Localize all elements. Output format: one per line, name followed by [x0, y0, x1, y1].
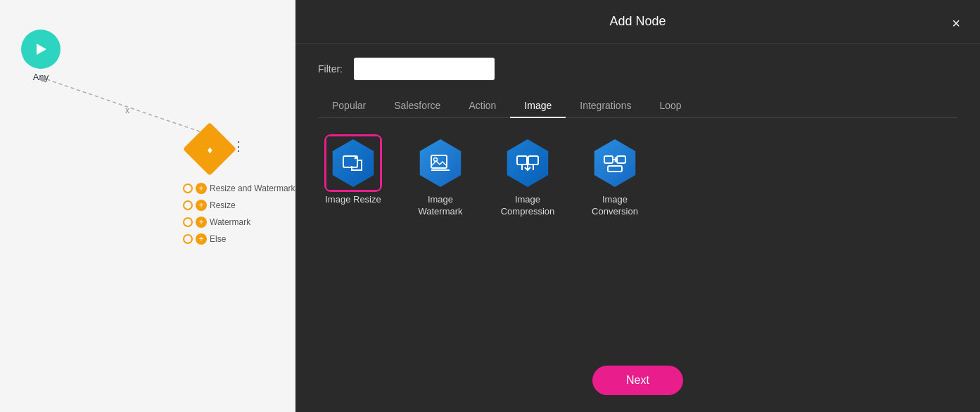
svg-rect-8 [517, 156, 527, 165]
next-button[interactable]: Next [592, 366, 683, 395]
tab-salesforce[interactable]: Salesforce [380, 94, 454, 118]
node-icon-image-compression [502, 138, 553, 188]
svg-rect-5 [431, 155, 447, 168]
svg-rect-14 [617, 156, 625, 163]
start-node[interactable]: Any [21, 30, 61, 82]
start-circle[interactable] [21, 30, 61, 69]
tab-integrations[interactable]: Integrations [566, 94, 645, 118]
branch-item-2: + Watermark [183, 217, 295, 228]
branch-add-3[interactable]: + [196, 233, 207, 245]
branch-label-1: Resize [210, 200, 236, 210]
branch-item-1: + Resize [183, 200, 295, 211]
filter-label: Filter: [318, 63, 343, 75]
branch-item-0: + Resize and Watermark [183, 183, 295, 194]
image-conversion-icon [602, 150, 628, 176]
node-icon-image-watermark [415, 138, 466, 188]
node-icon-image-conversion [590, 138, 640, 188]
close-button[interactable]: × [946, 13, 966, 34]
branch-circle-2 [183, 217, 193, 227]
svg-line-3 [355, 156, 357, 159]
svg-rect-2 [343, 156, 357, 167]
filter-input[interactable] [354, 58, 495, 80]
modal-header: Add Node × [295, 0, 980, 44]
node-card-image-conversion[interactable]: Image Conversion [580, 138, 650, 218]
diamond-shape[interactable]: ⬧ [183, 122, 236, 176]
workflow-canvas: Any x ⬧ ⋮ + Resize and Watermark + Resiz… [0, 0, 295, 412]
node-card-image-resize[interactable]: Image Resize [318, 138, 388, 218]
branch-item-3: + Else [183, 233, 295, 245]
node-label-image-resize: Image Resize [325, 194, 381, 206]
branch-add-0[interactable]: + [196, 183, 207, 194]
tab-action[interactable]: Action [454, 94, 510, 118]
node-icon-image-resize [328, 138, 378, 188]
node-grid: Image Resize Image Watermark [318, 132, 957, 218]
tab-popular[interactable]: Popular [318, 94, 380, 118]
diamond-icon: ⬧ [206, 142, 214, 157]
hex-image-resize [329, 139, 377, 187]
branch-circle-3 [183, 234, 193, 244]
node-card-image-compression[interactable]: Image Compression [492, 138, 563, 218]
x-label: x [125, 105, 129, 115]
branch-list: + Resize and Watermark + Resize + Waterm… [183, 183, 295, 245]
image-resize-icon [341, 150, 366, 176]
modal-title: Add Node [609, 14, 666, 29]
add-node-modal: Add Node × Filter: Popular Salesforce Ac… [295, 0, 980, 412]
branch-circle-1 [183, 200, 193, 210]
svg-line-4 [355, 156, 357, 159]
svg-marker-0 [37, 44, 46, 55]
filter-row: Filter: [318, 58, 957, 80]
branch-label-2: Watermark [210, 217, 250, 227]
play-icon [32, 41, 49, 58]
branch-label-0: Resize and Watermark [210, 184, 295, 193]
branch-add-1[interactable]: + [196, 200, 207, 211]
node-label-image-watermark: Image Watermark [405, 194, 476, 218]
tab-image[interactable]: Image [510, 94, 566, 118]
decision-node[interactable]: ⬧ ⋮ [191, 130, 229, 168]
node-context-menu[interactable]: ⋮ [232, 139, 246, 154]
svg-rect-13 [604, 156, 613, 163]
node-label-image-conversion: Image Conversion [580, 194, 650, 218]
image-watermark-icon [428, 150, 453, 176]
hex-image-conversion [591, 139, 639, 187]
modal-body: Filter: Popular Salesforce Action Image … [295, 44, 980, 354]
tab-bar: Popular Salesforce Action Image Integrat… [318, 94, 957, 118]
branch-add-2[interactable]: + [196, 217, 207, 228]
svg-rect-15 [608, 166, 622, 172]
hex-image-watermark [416, 139, 464, 187]
node-label-image-compression: Image Compression [492, 194, 563, 218]
tab-loop[interactable]: Loop [645, 94, 695, 118]
svg-rect-9 [528, 156, 538, 165]
branch-circle-0 [183, 184, 193, 193]
hex-image-compression [504, 139, 552, 187]
node-card-image-watermark[interactable]: Image Watermark [405, 138, 476, 218]
branch-label-3: Else [210, 234, 226, 244]
image-compression-icon [515, 150, 540, 176]
modal-footer: Next [295, 354, 980, 412]
